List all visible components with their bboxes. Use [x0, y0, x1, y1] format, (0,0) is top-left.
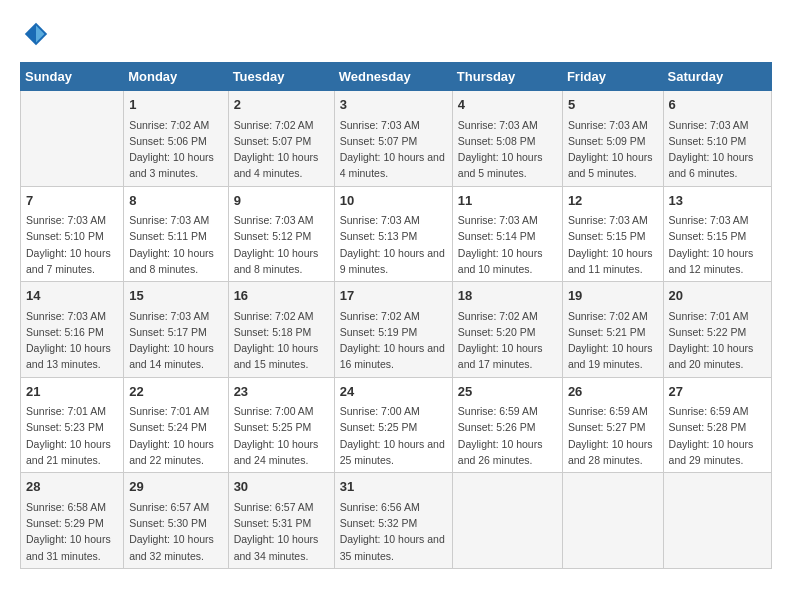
cell-content: Sunrise: 7:03 AMSunset: 5:07 PMDaylight:… — [340, 117, 447, 182]
day-number: 6 — [669, 95, 766, 115]
calendar-cell: 3Sunrise: 7:03 AMSunset: 5:07 PMDaylight… — [334, 91, 452, 187]
day-number: 3 — [340, 95, 447, 115]
day-number: 25 — [458, 382, 557, 402]
calendar-cell: 9Sunrise: 7:03 AMSunset: 5:12 PMDaylight… — [228, 186, 334, 282]
week-row-5: 28Sunrise: 6:58 AMSunset: 5:29 PMDayligh… — [21, 473, 772, 569]
header-thursday: Thursday — [452, 63, 562, 91]
calendar-cell: 19Sunrise: 7:02 AMSunset: 5:21 PMDayligh… — [562, 282, 663, 378]
cell-content: Sunrise: 7:02 AMSunset: 5:06 PMDaylight:… — [129, 117, 222, 182]
day-number: 13 — [669, 191, 766, 211]
week-row-1: 1Sunrise: 7:02 AMSunset: 5:06 PMDaylight… — [21, 91, 772, 187]
cell-content: Sunrise: 7:02 AMSunset: 5:07 PMDaylight:… — [234, 117, 329, 182]
calendar-cell: 26Sunrise: 6:59 AMSunset: 5:27 PMDayligh… — [562, 377, 663, 473]
calendar-cell: 14Sunrise: 7:03 AMSunset: 5:16 PMDayligh… — [21, 282, 124, 378]
day-number: 4 — [458, 95, 557, 115]
week-row-3: 14Sunrise: 7:03 AMSunset: 5:16 PMDayligh… — [21, 282, 772, 378]
calendar-cell: 17Sunrise: 7:02 AMSunset: 5:19 PMDayligh… — [334, 282, 452, 378]
calendar-cell: 21Sunrise: 7:01 AMSunset: 5:23 PMDayligh… — [21, 377, 124, 473]
calendar-cell: 29Sunrise: 6:57 AMSunset: 5:30 PMDayligh… — [124, 473, 228, 569]
day-number: 11 — [458, 191, 557, 211]
header-tuesday: Tuesday — [228, 63, 334, 91]
day-number: 10 — [340, 191, 447, 211]
day-number: 17 — [340, 286, 447, 306]
calendar-cell — [452, 473, 562, 569]
cell-content: Sunrise: 6:56 AMSunset: 5:32 PMDaylight:… — [340, 499, 447, 564]
calendar-cell: 5Sunrise: 7:03 AMSunset: 5:09 PMDaylight… — [562, 91, 663, 187]
cell-content: Sunrise: 7:03 AMSunset: 5:13 PMDaylight:… — [340, 212, 447, 277]
cell-content: Sunrise: 7:02 AMSunset: 5:21 PMDaylight:… — [568, 308, 658, 373]
day-number: 16 — [234, 286, 329, 306]
cell-content: Sunrise: 7:03 AMSunset: 5:12 PMDaylight:… — [234, 212, 329, 277]
day-number: 2 — [234, 95, 329, 115]
day-number: 19 — [568, 286, 658, 306]
cell-content: Sunrise: 7:02 AMSunset: 5:19 PMDaylight:… — [340, 308, 447, 373]
calendar-cell: 11Sunrise: 7:03 AMSunset: 5:14 PMDayligh… — [452, 186, 562, 282]
calendar-cell: 13Sunrise: 7:03 AMSunset: 5:15 PMDayligh… — [663, 186, 771, 282]
page-header — [20, 20, 772, 52]
calendar-cell: 10Sunrise: 7:03 AMSunset: 5:13 PMDayligh… — [334, 186, 452, 282]
header-friday: Friday — [562, 63, 663, 91]
day-number: 15 — [129, 286, 222, 306]
cell-content: Sunrise: 7:03 AMSunset: 5:10 PMDaylight:… — [26, 212, 118, 277]
calendar-cell — [562, 473, 663, 569]
day-number: 30 — [234, 477, 329, 497]
cell-content: Sunrise: 6:57 AMSunset: 5:30 PMDaylight:… — [129, 499, 222, 564]
cell-content: Sunrise: 7:03 AMSunset: 5:14 PMDaylight:… — [458, 212, 557, 277]
day-number: 12 — [568, 191, 658, 211]
calendar-cell: 4Sunrise: 7:03 AMSunset: 5:08 PMDaylight… — [452, 91, 562, 187]
calendar-cell: 20Sunrise: 7:01 AMSunset: 5:22 PMDayligh… — [663, 282, 771, 378]
calendar-cell: 31Sunrise: 6:56 AMSunset: 5:32 PMDayligh… — [334, 473, 452, 569]
cell-content: Sunrise: 7:00 AMSunset: 5:25 PMDaylight:… — [340, 403, 447, 468]
cell-content: Sunrise: 7:03 AMSunset: 5:15 PMDaylight:… — [669, 212, 766, 277]
calendar-cell: 27Sunrise: 6:59 AMSunset: 5:28 PMDayligh… — [663, 377, 771, 473]
cell-content: Sunrise: 7:01 AMSunset: 5:22 PMDaylight:… — [669, 308, 766, 373]
header-sunday: Sunday — [21, 63, 124, 91]
cell-content: Sunrise: 7:03 AMSunset: 5:08 PMDaylight:… — [458, 117, 557, 182]
logo-icon — [20, 20, 50, 52]
calendar-cell: 1Sunrise: 7:02 AMSunset: 5:06 PMDaylight… — [124, 91, 228, 187]
cell-content: Sunrise: 7:03 AMSunset: 5:15 PMDaylight:… — [568, 212, 658, 277]
logo — [20, 20, 50, 52]
cell-content: Sunrise: 7:02 AMSunset: 5:18 PMDaylight:… — [234, 308, 329, 373]
day-number: 5 — [568, 95, 658, 115]
day-number: 18 — [458, 286, 557, 306]
calendar-cell: 24Sunrise: 7:00 AMSunset: 5:25 PMDayligh… — [334, 377, 452, 473]
cell-content: Sunrise: 7:03 AMSunset: 5:10 PMDaylight:… — [669, 117, 766, 182]
header-saturday: Saturday — [663, 63, 771, 91]
calendar-cell: 6Sunrise: 7:03 AMSunset: 5:10 PMDaylight… — [663, 91, 771, 187]
cell-content: Sunrise: 7:03 AMSunset: 5:11 PMDaylight:… — [129, 212, 222, 277]
calendar-cell: 12Sunrise: 7:03 AMSunset: 5:15 PMDayligh… — [562, 186, 663, 282]
cell-content: Sunrise: 7:01 AMSunset: 5:23 PMDaylight:… — [26, 403, 118, 468]
header-row: SundayMondayTuesdayWednesdayThursdayFrid… — [21, 63, 772, 91]
day-number: 22 — [129, 382, 222, 402]
day-number: 7 — [26, 191, 118, 211]
day-number: 23 — [234, 382, 329, 402]
day-number: 31 — [340, 477, 447, 497]
calendar-cell — [663, 473, 771, 569]
day-number: 24 — [340, 382, 447, 402]
day-number: 26 — [568, 382, 658, 402]
day-number: 27 — [669, 382, 766, 402]
cell-content: Sunrise: 7:03 AMSunset: 5:09 PMDaylight:… — [568, 117, 658, 182]
cell-content: Sunrise: 7:01 AMSunset: 5:24 PMDaylight:… — [129, 403, 222, 468]
cell-content: Sunrise: 7:00 AMSunset: 5:25 PMDaylight:… — [234, 403, 329, 468]
calendar-cell: 8Sunrise: 7:03 AMSunset: 5:11 PMDaylight… — [124, 186, 228, 282]
calendar-cell: 30Sunrise: 6:57 AMSunset: 5:31 PMDayligh… — [228, 473, 334, 569]
calendar-cell: 18Sunrise: 7:02 AMSunset: 5:20 PMDayligh… — [452, 282, 562, 378]
day-number: 21 — [26, 382, 118, 402]
week-row-2: 7Sunrise: 7:03 AMSunset: 5:10 PMDaylight… — [21, 186, 772, 282]
day-number: 29 — [129, 477, 222, 497]
calendar-cell: 15Sunrise: 7:03 AMSunset: 5:17 PMDayligh… — [124, 282, 228, 378]
day-number: 1 — [129, 95, 222, 115]
cell-content: Sunrise: 6:59 AMSunset: 5:28 PMDaylight:… — [669, 403, 766, 468]
calendar-cell: 7Sunrise: 7:03 AMSunset: 5:10 PMDaylight… — [21, 186, 124, 282]
cell-content: Sunrise: 6:57 AMSunset: 5:31 PMDaylight:… — [234, 499, 329, 564]
header-monday: Monday — [124, 63, 228, 91]
calendar-cell: 22Sunrise: 7:01 AMSunset: 5:24 PMDayligh… — [124, 377, 228, 473]
calendar-cell: 23Sunrise: 7:00 AMSunset: 5:25 PMDayligh… — [228, 377, 334, 473]
calendar-cell: 28Sunrise: 6:58 AMSunset: 5:29 PMDayligh… — [21, 473, 124, 569]
calendar-cell: 2Sunrise: 7:02 AMSunset: 5:07 PMDaylight… — [228, 91, 334, 187]
week-row-4: 21Sunrise: 7:01 AMSunset: 5:23 PMDayligh… — [21, 377, 772, 473]
day-number: 20 — [669, 286, 766, 306]
calendar-cell: 16Sunrise: 7:02 AMSunset: 5:18 PMDayligh… — [228, 282, 334, 378]
